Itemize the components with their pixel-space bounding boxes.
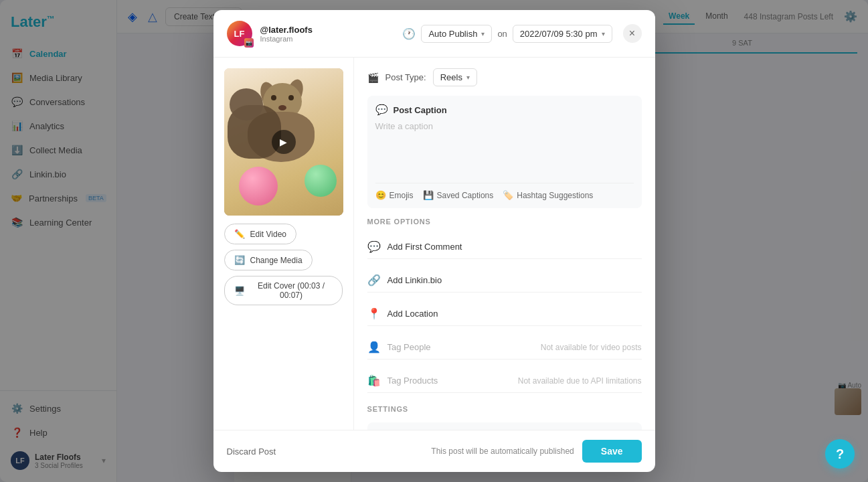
- add-location-label: Add Location: [387, 309, 438, 319]
- post-modal: LF 📷 @later.floofs Instagram 🕐 Auto Publ…: [213, 10, 655, 472]
- auto-publish-note: This post will be automatically publishe…: [431, 447, 574, 456]
- location-pin-icon: 📍: [367, 307, 381, 320]
- tag-products-icon: 🛍️: [367, 374, 381, 387]
- account-avatar: LF 📷: [227, 21, 252, 46]
- hashtag-icon: 🏷️: [503, 190, 513, 200]
- account-info: @later.floofs Instagram: [260, 25, 313, 43]
- caption-textarea[interactable]: Write a caption: [375, 121, 634, 175]
- play-button[interactable]: ▶: [272, 130, 296, 154]
- add-linkin-bio-label: Add Linkin.bio: [387, 275, 442, 285]
- publish-mode-dropdown[interactable]: Auto Publish ▾: [421, 25, 492, 43]
- modal-header-right: 🕐 Auto Publish ▾ on 2022/07/09 5:30 pm ▾…: [402, 24, 641, 43]
- tag-people-note: Not available for video posts: [541, 343, 642, 352]
- caption-placeholder: Write a caption: [375, 121, 433, 131]
- more-options-label: MORE OPTIONS: [367, 218, 642, 226]
- action-buttons: ✏️ Edit Video 🔄 Change Media 🖥️ Edit Cov…: [224, 224, 343, 305]
- post-type-label: Post Type:: [385, 72, 426, 82]
- caption-header: 💬 Post Caption: [375, 104, 634, 116]
- chevron-down-icon: ▾: [481, 30, 485, 37]
- tag-products-row[interactable]: 🛍️ Tag Products Not available due to API…: [367, 369, 642, 393]
- dog2-head: [230, 88, 263, 120]
- media-panel: ▶ ✏️ Edit Video 🔄 Change Media 🖥️ Edit C…: [213, 58, 354, 430]
- chevron-down-icon-date: ▾: [602, 30, 605, 37]
- date-dropdown[interactable]: 2022/07/09 5:30 pm ▾: [513, 25, 612, 43]
- modal-footer: Discard Post This post will be automatic…: [213, 430, 655, 472]
- saved-captions-button[interactable]: 💾 Saved Captions: [423, 190, 494, 200]
- clock-icon: 🕐: [402, 27, 416, 40]
- emoji-icon: 😊: [375, 190, 386, 200]
- chevron-down-icon-type: ▾: [466, 74, 470, 81]
- hashtag-suggestions-button[interactable]: 🏷️ Hashtag Suggestions: [503, 190, 593, 200]
- modal-overlay: LF 📷 @later.floofs Instagram 🕐 Auto Publ…: [0, 0, 868, 482]
- settings-section-label: SETTINGS: [367, 405, 642, 413]
- tag-products-label: Tag Products: [387, 376, 438, 386]
- save-icon: 💾: [423, 190, 434, 200]
- on-label: on: [497, 29, 507, 39]
- modal-body: ▶ ✏️ Edit Video 🔄 Change Media 🖥️ Edit C…: [213, 58, 655, 430]
- link-icon: 🔗: [367, 274, 381, 287]
- ball-green: [305, 165, 337, 197]
- add-location-row[interactable]: 📍 Add Location: [367, 302, 642, 326]
- edit-icon: ✏️: [234, 229, 245, 239]
- add-linkin-bio-row[interactable]: 🔗 Add Linkin.bio: [367, 268, 642, 293]
- close-button[interactable]: ×: [623, 24, 642, 43]
- emojis-button[interactable]: 😊 Emojis: [375, 190, 414, 200]
- swap-icon: 🔄: [234, 255, 245, 265]
- post-type-icon: 🎬: [367, 72, 379, 83]
- post-type-select[interactable]: Reels ▾: [433, 68, 477, 86]
- tag-products-note: Not available due to API limitations: [518, 376, 642, 386]
- save-button[interactable]: Save: [582, 440, 642, 463]
- edit-cover-button[interactable]: 🖥️ Edit Cover (00:03 / 00:07): [224, 276, 343, 305]
- account-platform: Instagram: [260, 35, 313, 43]
- discard-post-button[interactable]: Discard Post: [227, 447, 276, 457]
- ball-pink: [239, 167, 278, 206]
- media-preview: ▶: [224, 68, 343, 216]
- account-name: @later.floofs: [260, 25, 313, 35]
- footer-right: This post will be automatically publishe…: [431, 440, 641, 463]
- instagram-badge: 📷: [244, 38, 254, 48]
- tag-people-row[interactable]: 👤 Tag People Not available for video pos…: [367, 335, 642, 359]
- modal-header: LF 📷 @later.floofs Instagram 🕐 Auto Publ…: [213, 10, 655, 58]
- add-first-comment-label: Add First Comment: [387, 242, 462, 252]
- caption-section: 💬 Post Caption Write a caption 😊 Emojis …: [367, 96, 642, 208]
- form-panel: 🎬 Post Type: Reels ▾ 💬 Post Caption Writ…: [354, 58, 655, 430]
- cover-icon: 🖥️: [234, 286, 245, 296]
- caption-tools: 😊 Emojis 💾 Saved Captions 🏷️ Hashtag Sug…: [375, 183, 634, 200]
- change-media-button[interactable]: 🔄 Change Media: [224, 250, 313, 270]
- edit-video-button[interactable]: ✏️ Edit Video: [224, 224, 297, 244]
- comment-icon: 💬: [367, 240, 381, 253]
- share-to-feed-row[interactable]: 👁️ Share to Feed: [367, 422, 642, 430]
- help-button[interactable]: ?: [825, 439, 855, 469]
- tag-people-label: Tag People: [387, 342, 431, 352]
- caption-title: Post Caption: [394, 105, 447, 115]
- tag-people-icon: 👤: [367, 341, 381, 353]
- post-type-row: 🎬 Post Type: Reels ▾: [367, 68, 642, 86]
- caption-icon: 💬: [375, 104, 388, 116]
- add-first-comment-row[interactable]: 💬 Add First Comment: [367, 235, 642, 259]
